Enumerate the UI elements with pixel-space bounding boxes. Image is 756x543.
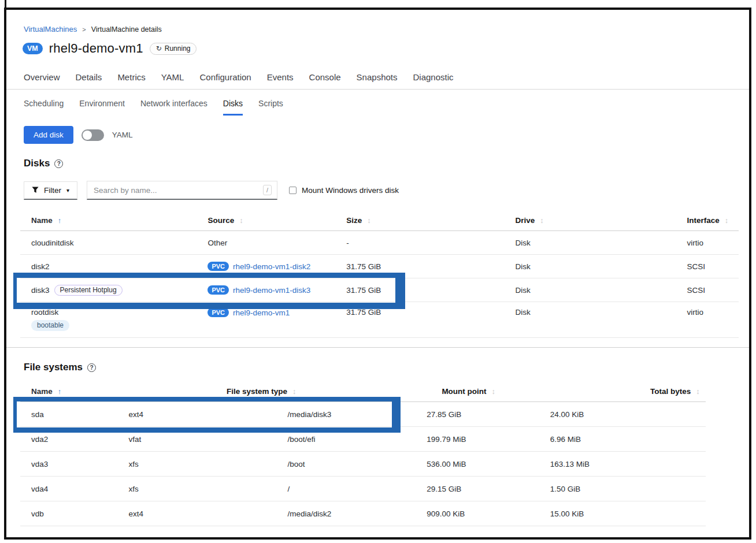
table-row-rootdisk: rootdisk bootable PVC rhel9-demo-vm1 31.… — [20, 302, 739, 338]
help-icon[interactable]: ? — [87, 363, 96, 372]
tab-diagnostic[interactable]: Diagnostic — [413, 72, 453, 82]
breadcrumb-separator-icon: > — [82, 26, 86, 33]
screenshot-frame: VirtualMachines > VirtualMachine details… — [4, 8, 751, 540]
disk-name: rootdisk — [31, 308, 58, 317]
tab-events[interactable]: Events — [267, 72, 294, 82]
fs-mount-point: /media/disk2 — [288, 509, 427, 518]
pvc-link[interactable]: rhel9-demo-vm1-disk2 — [233, 262, 310, 271]
page-title-row: VM rhel9-demo-vm1 ↻ Running — [23, 41, 749, 56]
column-header-mount-point[interactable]: Mount point ↕ — [442, 387, 650, 396]
disk-name: disk3 — [31, 286, 50, 295]
fs-total-bytes: 909.00 KiB — [427, 509, 550, 518]
disks-toolbar: Filter ▾ / Mount Windows drivers disk — [24, 181, 749, 200]
column-header-name[interactable]: Name ↑ — [20, 387, 227, 396]
persistent-hotplug-label: Persistent Hotplug — [54, 285, 123, 296]
chevron-down-icon: ▾ — [66, 187, 69, 194]
disk-interface: SCSI — [687, 262, 739, 271]
tab-overview[interactable]: Overview — [24, 72, 60, 82]
breadcrumb-current: VirtualMachine details — [91, 25, 162, 34]
disk-source: PVC rhel9-demo-vm1-disk3 — [207, 285, 346, 295]
pvc-badge: PVC — [207, 262, 229, 271]
fs-name: sda — [20, 410, 128, 419]
yaml-toggle-knob — [83, 131, 92, 140]
disk-size: 31.75 GiB — [346, 262, 515, 271]
tab-configuration[interactable]: Configuration — [199, 72, 251, 82]
yaml-toggle[interactable] — [81, 129, 104, 141]
disk-name-cell: disk3 Persistent Hotplug — [20, 285, 207, 296]
column-header-size[interactable]: Size ↕ — [346, 216, 515, 225]
status-label: Running — [165, 44, 191, 53]
fs-type: xfs — [128, 485, 287, 493]
mount-windows-drivers-row: Mount Windows drivers disk — [289, 186, 399, 195]
column-header-name[interactable]: Name ↑ — [20, 216, 207, 225]
filter-dropdown[interactable]: Filter ▾ — [24, 181, 77, 200]
breadcrumb: VirtualMachines > VirtualMachine details — [24, 25, 749, 34]
fs-type: ext4 — [128, 410, 287, 419]
table-row-sda: sda ext4 /media/disk3 27.85 GiB 24.00 Ki… — [20, 402, 706, 427]
mount-windows-drivers-label: Mount Windows drivers disk — [302, 186, 399, 195]
disk-actions-row: Add disk YAML — [24, 126, 749, 144]
fs-mount-point: /media/disk3 — [288, 410, 427, 419]
tab-metrics[interactable]: Metrics — [117, 72, 145, 82]
disks-table: Name ↑ Source ↕ Size ↕ Drive ↕ Interface… — [20, 213, 739, 338]
column-header-total-bytes[interactable]: Total bytes ↕ — [650, 387, 706, 396]
table-row-vda2: vda2 vfat /boot/efi 199.79 MiB 6.96 MiB — [20, 427, 706, 452]
fs-type: xfs — [128, 460, 287, 468]
subtab-scripts[interactable]: Scripts — [258, 99, 283, 116]
subtab-scheduling[interactable]: Scheduling — [24, 99, 64, 116]
disks-section-heading: Disks ? — [24, 158, 749, 169]
mount-windows-drivers-checkbox[interactable] — [289, 187, 297, 194]
filter-label: Filter — [44, 186, 61, 195]
fs-used-bytes: 24.00 KiB — [550, 410, 706, 419]
disk-source: PVC rhel9-demo-vm1-disk2 — [207, 262, 346, 271]
search-box: / — [87, 181, 277, 200]
fs-total-bytes: 27.85 GiB — [427, 410, 550, 419]
table-row-vda3: vda3 xfs /boot 536.00 MiB 163.13 MiB — [20, 452, 706, 477]
subtab-environment[interactable]: Environment — [79, 99, 125, 116]
tab-snapshots[interactable]: Snapshots — [357, 72, 398, 82]
sync-icon: ↻ — [156, 44, 162, 53]
column-header-interface[interactable]: Interface ↕ — [687, 216, 739, 225]
disk-size: 31.75 GiB — [346, 286, 515, 295]
fs-name: vda3 — [20, 460, 128, 468]
fs-used-bytes: 163.13 MiB — [550, 460, 706, 468]
filesystems-table-header: Name ↑ File system type ↕ Mount point ↕ … — [20, 384, 706, 402]
pvc-link[interactable]: rhel9-demo-vm1-disk3 — [233, 286, 310, 295]
table-row-disk3: disk3 Persistent Hotplug PVC rhel9-demo-… — [20, 278, 739, 302]
pvc-badge: PVC — [207, 308, 229, 317]
section-divider — [6, 347, 749, 348]
sort-ascending-icon: ↑ — [58, 216, 62, 225]
search-input[interactable] — [92, 185, 263, 195]
configuration-subtabs: Scheduling Environment Network interface… — [6, 90, 749, 116]
disk-drive: Disk — [515, 262, 687, 271]
sort-icon: ↕ — [239, 217, 243, 225]
tab-details[interactable]: Details — [76, 72, 102, 82]
fs-used-bytes: 1.50 GiB — [550, 485, 706, 493]
filter-funnel-icon — [32, 187, 39, 194]
column-header-source[interactable]: Source ↕ — [207, 216, 346, 225]
tab-console[interactable]: Console — [309, 72, 341, 82]
breadcrumb-virtualmachines-link[interactable]: VirtualMachines — [24, 25, 77, 34]
subtab-network-interfaces[interactable]: Network interfaces — [140, 99, 207, 116]
disk-name: cloudinitdisk — [20, 239, 207, 247]
sort-icon: ↕ — [696, 388, 699, 396]
help-icon[interactable]: ? — [54, 159, 63, 168]
column-header-drive[interactable]: Drive ↕ — [515, 216, 687, 225]
vm-kind-badge: VM — [23, 43, 43, 54]
add-disk-button[interactable]: Add disk — [24, 126, 73, 144]
yaml-toggle-label: YAML — [112, 131, 133, 139]
main-tabs: Overview Details Metrics YAML Configurat… — [6, 65, 749, 90]
fs-total-bytes: 199.79 MiB — [427, 435, 550, 444]
fs-name: vda4 — [20, 485, 128, 493]
fs-type: vfat — [128, 435, 287, 444]
pvc-link[interactable]: rhel9-demo-vm1 — [233, 308, 290, 317]
sort-icon: ↕ — [492, 388, 495, 396]
fs-used-bytes: 6.96 MiB — [550, 435, 706, 444]
column-header-file-system-type[interactable]: File system type ↕ — [227, 387, 442, 396]
disk-source: PVC rhel9-demo-vm1 — [207, 308, 346, 317]
subtab-disks[interactable]: Disks — [223, 99, 243, 116]
tab-yaml[interactable]: YAML — [161, 72, 184, 82]
table-row-vda4: vda4 xfs / 29.15 GiB 1.50 GiB — [20, 477, 706, 501]
disk-drive: Disk — [515, 308, 687, 317]
fs-name: vda2 — [20, 435, 128, 444]
